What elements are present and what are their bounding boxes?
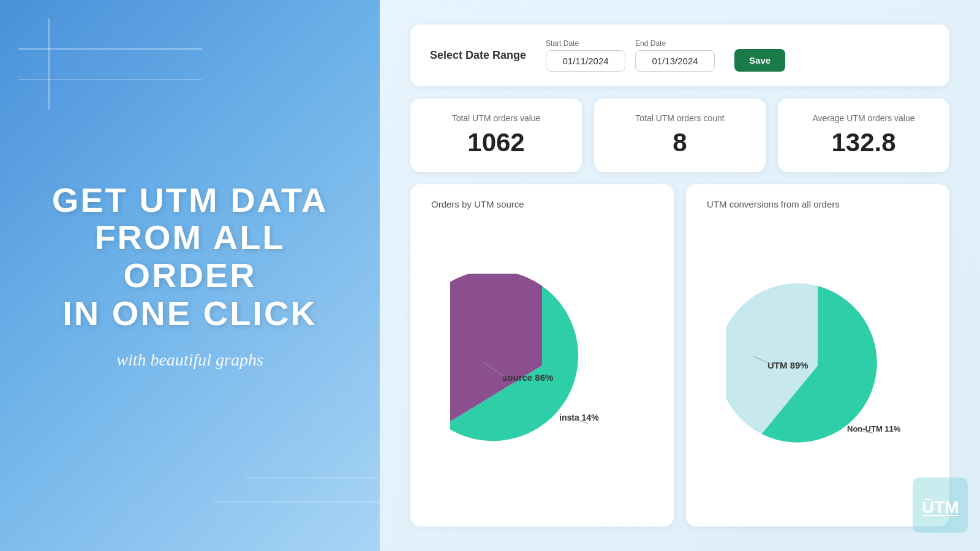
stat-value-value: 1062 [467,128,524,157]
pie-chart-1: source 86% insta 14% [450,274,634,457]
chart-utm-conversions: UTM conversions from all orders UTM 89% … [686,184,949,527]
chart-utm-source-title: Orders by UTM source [425,199,524,209]
stat-label-avg: Average UTM orders value [812,113,914,123]
end-date-input[interactable] [635,50,715,72]
end-date-label: End Date [635,39,715,48]
left-content: GET UTM DATA FROM ALL ORDER IN ONE CLICK… [52,181,328,370]
stats-row: Total UTM orders value 1062 Total UTM or… [410,99,949,172]
left-panel: GET UTM DATA FROM ALL ORDER IN ONE CLICK… [0,0,380,551]
start-date-input[interactable] [546,50,625,72]
chart-utm-source-container: source 86% insta 14% [425,219,659,512]
end-date-group: End Date [635,39,715,72]
svg-text:source 86%: source 86% [502,372,553,383]
svg-text:Non-UTM 11%: Non-UTM 11% [847,424,901,433]
right-panel: Select Date Range Start Date End Date Sa… [380,0,980,551]
utm-logo-icon: ŪTM [919,484,962,527]
chart-utm-conversions-container: UTM 89% Non-UTM 11% [701,219,935,512]
save-button[interactable]: Save [734,49,785,72]
stat-card-value: Total UTM orders value 1062 [410,99,582,172]
utm-logo-badge: ŪTM [913,478,968,533]
stat-value-count: 8 [673,128,687,157]
stat-card-count: Total UTM orders count 8 [594,99,766,172]
stat-card-avg: Average UTM orders value 132.8 [778,99,949,172]
chart-utm-conversions-title: UTM conversions from all orders [701,199,840,209]
charts-row: Orders by UTM source source 86% insta 14… [410,184,949,527]
subtitle: with beautiful graphs [52,350,328,370]
main-title: GET UTM DATA FROM ALL ORDER IN ONE CLICK [52,181,328,332]
select-date-range-label: Select Date Range [430,49,526,62]
start-date-group: Start Date [546,39,625,72]
stat-value-avg: 132.8 [831,128,895,157]
pie-chart-2: UTM 89% Non-UTM 11% [726,274,910,457]
date-range-card: Select Date Range Start Date End Date Sa… [410,24,949,86]
svg-text:ŪTM: ŪTM [922,498,959,517]
stat-label-count: Total UTM orders count [635,113,725,123]
chart-utm-source: Orders by UTM source source 86% insta 14… [410,184,674,527]
stat-label-value: Total UTM orders value [452,113,541,123]
date-inputs: Start Date End Date [546,39,715,72]
start-date-label: Start Date [546,39,625,48]
